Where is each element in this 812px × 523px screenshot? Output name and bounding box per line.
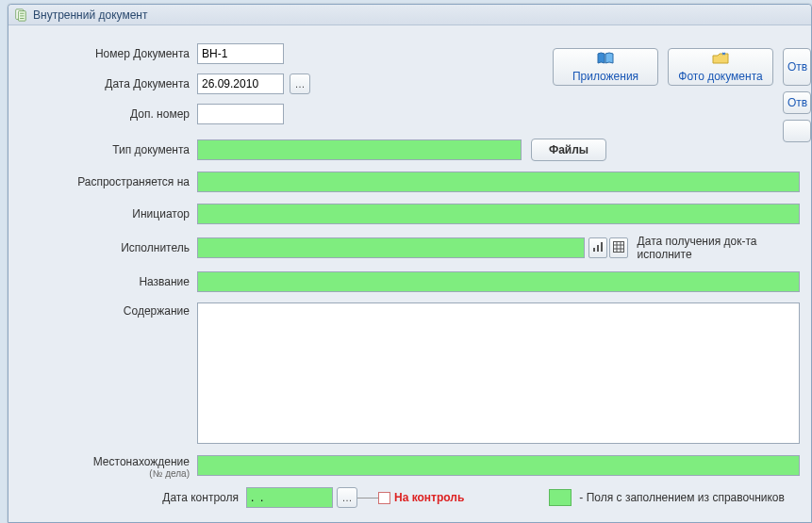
on-control-label: На контроль bbox=[394, 491, 464, 504]
doc-number-input[interactable] bbox=[197, 43, 284, 64]
location-input[interactable] bbox=[197, 455, 800, 476]
executor-input[interactable] bbox=[197, 237, 585, 258]
content-label: Содержание bbox=[20, 302, 197, 318]
name-input[interactable] bbox=[197, 271, 800, 292]
on-control-checkbox[interactable] bbox=[378, 492, 390, 504]
legend: - Поля с заполнением из справочников bbox=[549, 489, 785, 506]
svg-rect-6 bbox=[597, 245, 599, 252]
ctl-date-input[interactable] bbox=[246, 487, 333, 508]
extra-number-label: Доп. номер bbox=[20, 107, 197, 121]
svg-rect-5 bbox=[593, 248, 595, 252]
dash-connector bbox=[357, 498, 378, 498]
legend-text: - Поля с заполнением из справочников bbox=[579, 491, 785, 504]
svg-rect-8 bbox=[614, 241, 624, 252]
document-icon bbox=[14, 8, 27, 22]
content-textarea[interactable] bbox=[197, 302, 800, 444]
extra-number-input[interactable] bbox=[197, 104, 284, 124]
doc-date-label: Дата Документа bbox=[20, 77, 197, 90]
doc-date-input[interactable] bbox=[197, 74, 284, 94]
ctl-date-label: Дата контроля bbox=[20, 491, 246, 504]
files-button[interactable]: Файлы bbox=[531, 139, 606, 161]
applies-to-label: Распространяется на bbox=[20, 175, 197, 188]
svg-rect-7 bbox=[601, 242, 603, 252]
executor-chart-button[interactable] bbox=[588, 237, 607, 258]
legend-swatch bbox=[549, 489, 572, 506]
form-content: Номер Документа Дата Документа Доп. номе… bbox=[8, 25, 811, 522]
window-title: Внутренний документ bbox=[33, 8, 147, 22]
executor-grid-button[interactable] bbox=[609, 237, 628, 258]
executor-label: Исполнитель bbox=[20, 241, 197, 254]
chart-icon bbox=[592, 241, 604, 255]
titlebar: Внутренний документ bbox=[8, 5, 811, 25]
window-frame: Внутренний документ Приложения Фото доку… bbox=[8, 4, 812, 523]
ctl-date-picker-button[interactable] bbox=[337, 487, 357, 508]
doc-number-label: Номер Документа bbox=[20, 47, 197, 60]
initiator-input[interactable] bbox=[197, 204, 800, 224]
grid-icon bbox=[613, 241, 624, 255]
exec-recv-date-label: Дата получения док-та исполните bbox=[638, 235, 800, 261]
doc-type-label: Тип документа bbox=[20, 143, 197, 156]
doc-date-picker-button[interactable] bbox=[290, 74, 310, 94]
applies-to-input[interactable] bbox=[197, 172, 800, 192]
initiator-label: Инициатор bbox=[20, 207, 197, 221]
name-label: Название bbox=[20, 275, 197, 288]
doc-type-input[interactable] bbox=[197, 139, 522, 160]
location-label: Местонахождение (№ дела) bbox=[20, 455, 197, 479]
